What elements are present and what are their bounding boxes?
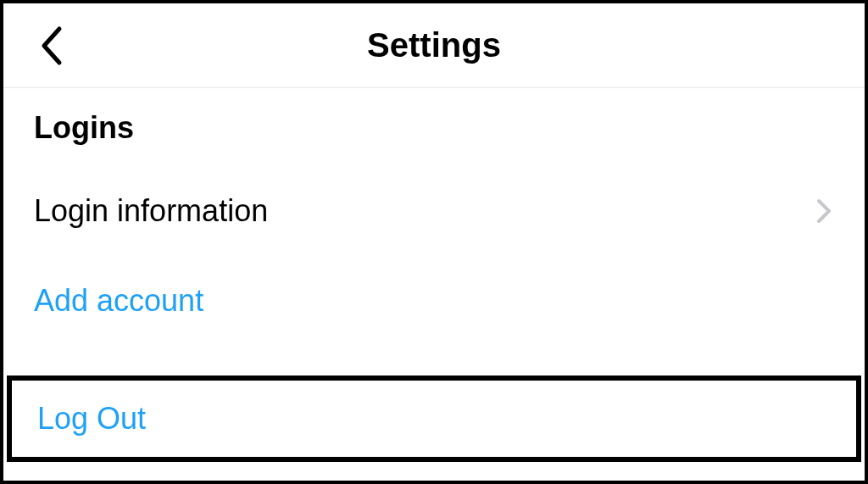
- log-out-label: Log Out: [37, 401, 146, 436]
- add-account-row[interactable]: Add account: [3, 261, 865, 341]
- back-button[interactable]: [34, 20, 68, 71]
- chevron-right-icon: [814, 201, 834, 221]
- login-information-label: Login information: [34, 193, 268, 229]
- header-bar: Settings: [3, 3, 865, 88]
- section-header-logins: Logins: [3, 88, 865, 171]
- spacer: [3, 251, 865, 261]
- page-title: Settings: [3, 26, 865, 64]
- log-out-row[interactable]: Log Out: [7, 376, 861, 462]
- add-account-label: Add account: [34, 283, 203, 319]
- login-information-row[interactable]: Login information: [3, 171, 865, 251]
- chevron-left-icon: [39, 25, 63, 66]
